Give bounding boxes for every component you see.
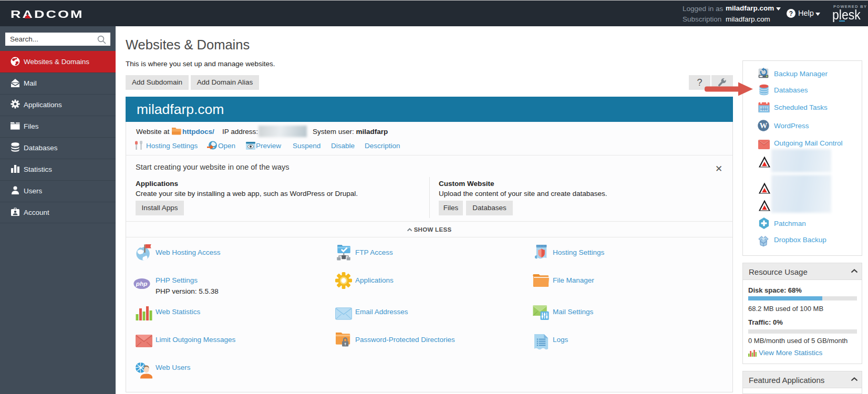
svg-text:?: ? <box>789 10 793 17</box>
svg-text:W: W <box>760 121 768 130</box>
svg-text:php: php <box>136 280 148 287</box>
